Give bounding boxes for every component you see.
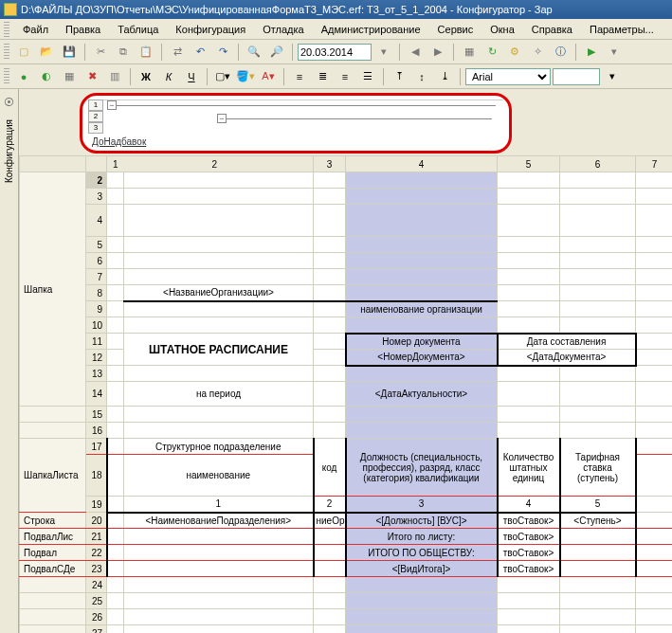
undo-icon[interactable]: ↶ bbox=[190, 42, 210, 63]
run-icon[interactable]: ▶ bbox=[581, 42, 602, 63]
rowhdr-26[interactable]: 26 bbox=[86, 609, 107, 625]
colhdr-7[interactable]: 7 bbox=[636, 156, 673, 172]
rowhdr-5[interactable]: 5 bbox=[86, 237, 107, 253]
cell-r19c2[interactable]: 1 bbox=[124, 497, 314, 513]
colhdr-4[interactable]: 4 bbox=[346, 156, 498, 172]
save-icon[interactable]: 💾 bbox=[59, 42, 80, 63]
settings-icon[interactable]: ✧ bbox=[527, 42, 548, 63]
gear-icon[interactable]: ⚙ bbox=[504, 42, 525, 63]
cell-r8c2[interactable]: <НазваниеОрганизации> bbox=[124, 285, 314, 301]
cell-r20c5[interactable]: твоСтавок> bbox=[498, 513, 560, 529]
cell-r23c5[interactable]: твоСтавок> bbox=[498, 561, 560, 577]
cell-r12c56[interactable]: <ДатаДокумента> bbox=[498, 350, 636, 366]
back-icon[interactable]: ◀ bbox=[405, 42, 426, 63]
align-left-icon[interactable]: ≡ bbox=[289, 66, 310, 87]
italic-icon[interactable]: К bbox=[158, 66, 179, 87]
colhdr-3[interactable]: 3 bbox=[314, 156, 346, 172]
colhdr-5[interactable]: 5 bbox=[498, 156, 560, 172]
cell-r17c6[interactable]: Тарифная ставка (ступень) bbox=[560, 439, 636, 497]
name-shapka-lista[interactable]: ШапкаЛиста bbox=[20, 439, 86, 513]
menu-config[interactable]: Конфигурация bbox=[168, 22, 253, 37]
rowhdr-15[interactable]: 15 bbox=[86, 407, 107, 423]
cell-r12c4[interactable]: <НомерДокумента> bbox=[346, 350, 498, 366]
rowhdr-11[interactable]: 11 bbox=[86, 334, 107, 350]
group-collapse-1[interactable]: − bbox=[107, 100, 117, 110]
fwd-icon[interactable]: ▶ bbox=[427, 42, 448, 63]
rowhdr-12[interactable]: 12 bbox=[86, 350, 107, 366]
rowhdr-19[interactable]: 19 bbox=[86, 497, 107, 513]
sidebar-pin-icon[interactable]: ⦿ bbox=[2, 95, 17, 110]
cell-r19c6[interactable]: 5 bbox=[560, 497, 636, 513]
rowhdr-17[interactable]: 17 bbox=[86, 439, 107, 455]
group-level-1[interactable]: 1 bbox=[88, 99, 103, 111]
dropdown-icon[interactable]: ▾ bbox=[604, 42, 625, 63]
grid-icon[interactable]: ▦ bbox=[459, 42, 480, 63]
cell-r18c2[interactable]: наименование bbox=[124, 455, 314, 497]
rowhdr-7[interactable]: 7 bbox=[86, 269, 107, 285]
font-dropdown-icon[interactable]: ▾ bbox=[602, 66, 623, 87]
menu-file[interactable]: Файл bbox=[15, 22, 56, 37]
font-select[interactable]: Arial bbox=[465, 68, 551, 85]
colhdr-1-2[interactable]: 12 bbox=[107, 156, 314, 172]
t4-icon[interactable]: ▥ bbox=[104, 66, 125, 87]
cell-r20c6[interactable]: <Ступень> bbox=[560, 513, 636, 529]
rowhdr-25[interactable]: 25 bbox=[86, 593, 107, 609]
fill-icon[interactable]: 🪣▾ bbox=[235, 66, 256, 87]
cell-r22c5[interactable]: твоСтавок> bbox=[498, 545, 560, 561]
menu-service[interactable]: Сервис bbox=[430, 22, 481, 37]
rowhdr-20[interactable]: 20 bbox=[86, 513, 107, 529]
menu-help[interactable]: Справка bbox=[524, 22, 580, 37]
bold-icon[interactable]: Ж bbox=[136, 66, 156, 87]
cell-r17c2[interactable]: Структурное подразделение bbox=[124, 439, 314, 455]
delete-icon[interactable]: ✖ bbox=[82, 66, 102, 87]
sidebar-tab-config[interactable]: Конфигурация bbox=[4, 114, 14, 189]
redo-icon[interactable]: ↷ bbox=[212, 42, 233, 63]
calendar-icon[interactable]: ▾ bbox=[373, 42, 394, 63]
rowhdr-24[interactable]: 24 bbox=[86, 577, 107, 593]
group-level-3[interactable]: 3 bbox=[88, 122, 103, 134]
find-icon[interactable]: 🔍 bbox=[244, 42, 264, 63]
insert-icon[interactable]: ● bbox=[13, 66, 34, 87]
open-icon[interactable]: 📂 bbox=[36, 42, 57, 63]
border-icon[interactable]: ▢▾ bbox=[212, 66, 233, 87]
rowhdr-18[interactable]: 18 bbox=[86, 455, 107, 497]
cell-r17c3[interactable]: код bbox=[314, 439, 346, 497]
valign-mid-icon[interactable]: ↕ bbox=[411, 66, 432, 87]
name-stroka[interactable]: Строка bbox=[20, 513, 86, 529]
cell-r20c2[interactable]: <НаименованиеПодразделения> bbox=[124, 513, 314, 529]
cell-r11c56[interactable]: Дата составления bbox=[498, 334, 636, 350]
colhdr-blank[interactable] bbox=[86, 156, 107, 172]
rowhdr-3[interactable]: 3 bbox=[86, 189, 107, 205]
cell-r17c5[interactable]: Количество штатных единиц bbox=[498, 439, 560, 497]
rowhdr-23[interactable]: 23 bbox=[86, 561, 107, 577]
rowhdr-9[interactable]: 9 bbox=[86, 301, 107, 317]
zoom-icon[interactable]: 🔎 bbox=[266, 42, 287, 63]
rowhdr-6[interactable]: 6 bbox=[86, 253, 107, 269]
cut-icon[interactable]: ✂ bbox=[90, 42, 111, 63]
cell-r23c4[interactable]: <[ВидИтога]> bbox=[346, 561, 498, 577]
rowhdr-13[interactable]: 13 bbox=[86, 366, 107, 382]
align-center-icon[interactable]: ≣ bbox=[312, 66, 333, 87]
cell-r19c4[interactable]: 3 bbox=[346, 497, 498, 513]
table-icon[interactable]: ▦ bbox=[59, 66, 80, 87]
compare-icon[interactable]: ⇄ bbox=[167, 42, 188, 63]
rowhdr-2[interactable]: 2 bbox=[86, 172, 107, 189]
cell-r21c4[interactable]: Итого по листу: bbox=[346, 529, 498, 545]
menu-table[interactable]: Таблица bbox=[110, 22, 166, 37]
cell-r14c2[interactable]: на период bbox=[124, 382, 314, 407]
spreadsheet[interactable]: 12 3 4 5 6 7 Шапка2 3 4 5 6 7 8<Название… bbox=[19, 155, 672, 633]
rowhdr-14[interactable]: 14 bbox=[86, 382, 107, 407]
rowhdr-22[interactable]: 22 bbox=[86, 545, 107, 561]
valign-top-icon[interactable]: ⤒ bbox=[389, 66, 409, 87]
menu-debug[interactable]: Отладка bbox=[255, 22, 311, 37]
date-input[interactable] bbox=[298, 44, 372, 61]
group-collapse-2[interactable]: − bbox=[217, 114, 227, 123]
name-podval[interactable]: Подвал bbox=[20, 545, 86, 561]
cell-r11c4[interactable]: Номер документа bbox=[346, 334, 498, 350]
menu-admin[interactable]: Администрирование bbox=[314, 22, 428, 37]
insert2-icon[interactable]: ◐ bbox=[36, 66, 57, 87]
refresh-icon[interactable]: ↻ bbox=[481, 42, 502, 63]
group-level-2[interactable]: 2 bbox=[88, 111, 103, 122]
cell-r19c5[interactable]: 4 bbox=[498, 497, 560, 513]
align-right-icon[interactable]: ≡ bbox=[335, 66, 355, 87]
